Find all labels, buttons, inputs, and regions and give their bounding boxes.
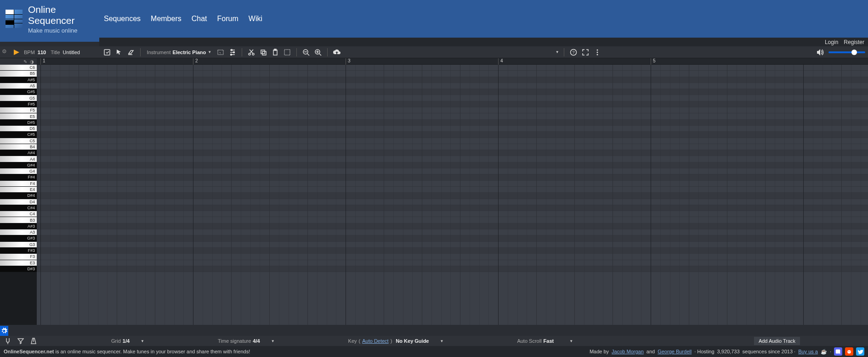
grid-row[interactable] — [37, 101, 868, 107]
volume-icon[interactable] — [816, 48, 825, 57]
grid-row[interactable] — [37, 211, 868, 217]
ruler[interactable]: 12345 — [37, 58, 868, 65]
grid-row[interactable] — [37, 193, 868, 199]
nav-wiki[interactable]: Wiki — [249, 15, 262, 23]
grid-row[interactable] — [37, 77, 868, 83]
add-audio-track-button[interactable]: Add Audio Track — [754, 337, 800, 345]
pencil-icon[interactable]: ✎ — [23, 59, 27, 64]
note-grid[interactable] — [37, 65, 868, 325]
grid-row[interactable] — [37, 156, 868, 162]
grid-row[interactable] — [37, 162, 868, 168]
grid-row[interactable] — [37, 89, 868, 95]
sliders-icon[interactable] — [228, 48, 237, 57]
grid-row[interactable] — [37, 126, 868, 132]
instrument-select[interactable]: Instrument Electric Piano ▼ — [145, 50, 214, 55]
piano-key[interactable]: C4 — [0, 211, 37, 217]
grid-row[interactable] — [37, 150, 868, 156]
chevron-down-icon[interactable]: ▼ — [556, 50, 559, 54]
grid-row[interactable] — [37, 229, 868, 235]
grid-row[interactable] — [37, 113, 868, 119]
filter-icon[interactable] — [17, 337, 25, 345]
piano-key[interactable]: B4 — [0, 144, 37, 150]
discord-icon[interactable] — [834, 347, 842, 356]
piano-key[interactable]: G3 — [0, 242, 37, 248]
help-icon[interactable]: ? — [569, 48, 578, 57]
bpm-value[interactable]: 110 — [38, 50, 46, 55]
zoom-in-icon[interactable] — [313, 48, 323, 57]
grid-row[interactable] — [37, 138, 868, 144]
settings-tab[interactable] — [0, 326, 8, 336]
grid-row[interactable] — [37, 217, 868, 223]
eraser-icon[interactable] — [126, 48, 136, 57]
volume-slider[interactable] — [828, 51, 865, 53]
piano-key[interactable]: G#3 — [0, 235, 37, 241]
piano-key[interactable]: F#4 — [0, 174, 37, 180]
logo-block[interactable]: Online Sequencer Make music online — [0, 0, 99, 42]
grid-row[interactable] — [37, 242, 868, 248]
play-button[interactable] — [12, 48, 21, 57]
grid-row[interactable] — [37, 144, 868, 150]
piano-key[interactable]: G4 — [0, 168, 37, 174]
piano-key[interactable]: A#4 — [0, 150, 37, 156]
grid-row[interactable] — [37, 71, 868, 77]
piano-key[interactable]: F#3 — [0, 248, 37, 254]
piano-key[interactable]: G5 — [0, 95, 37, 101]
piano-key[interactable]: B3 — [0, 217, 37, 223]
grid-row[interactable] — [37, 174, 868, 180]
piano-key[interactable]: D4 — [0, 199, 37, 205]
edit-icon[interactable] — [102, 48, 112, 57]
paste-icon[interactable] — [271, 48, 280, 57]
grid-row[interactable] — [37, 260, 868, 266]
grid-row[interactable] — [37, 65, 868, 71]
auto-detect-link[interactable]: Auto Detect — [362, 338, 388, 344]
grid-row[interactable] — [37, 83, 868, 89]
buy-coffee-link[interactable]: Buy us a — [798, 349, 818, 354]
copy-icon[interactable] — [259, 48, 268, 57]
zoom-out-icon[interactable] — [301, 48, 311, 57]
grid-row[interactable] — [37, 205, 868, 211]
author1-link[interactable]: Jacob Morgan — [612, 349, 644, 354]
lock-instrument-icon[interactable] — [216, 48, 225, 57]
piano-key[interactable]: D#5 — [0, 120, 37, 126]
piano-key[interactable]: A3 — [0, 229, 37, 235]
piano-key[interactable]: F5 — [0, 107, 37, 113]
piano-key[interactable]: D#3 — [0, 266, 37, 272]
cut-icon[interactable] — [247, 48, 256, 57]
grid-select[interactable]: Grid 1/4 ▼ — [111, 338, 144, 344]
piano-key[interactable]: C#4 — [0, 205, 37, 211]
login-link[interactable]: Login — [825, 39, 838, 45]
grid-row[interactable] — [37, 187, 868, 193]
save-cloud-icon[interactable] — [332, 48, 341, 57]
nav-members[interactable]: Members — [151, 15, 182, 23]
piano-key[interactable]: E4 — [0, 187, 37, 193]
piano-key[interactable]: C5 — [0, 138, 37, 144]
grid-row[interactable] — [37, 199, 868, 205]
piano-key[interactable]: G#5 — [0, 89, 37, 95]
grid-row[interactable] — [37, 95, 868, 101]
nav-forum[interactable]: Forum — [217, 15, 238, 23]
grid-row[interactable] — [37, 132, 868, 138]
grid-row[interactable] — [37, 223, 868, 229]
piano-key[interactable]: A5 — [0, 83, 37, 89]
piano-key[interactable]: A#5 — [0, 77, 37, 83]
piano-key[interactable]: A4 — [0, 156, 37, 162]
piano-key[interactable]: C#5 — [0, 132, 37, 138]
grid-row[interactable] — [37, 168, 868, 174]
grid-row[interactable] — [37, 107, 868, 113]
key-select[interactable]: Key (Auto Detect) No Key Guide ▼ — [348, 338, 444, 344]
piano-key[interactable]: G#4 — [0, 162, 37, 168]
gear-icon[interactable]: ⚙ — [2, 48, 7, 55]
piano-key[interactable]: E3 — [0, 260, 37, 266]
piano-key[interactable]: A#3 — [0, 223, 37, 229]
piano-key[interactable]: F3 — [0, 254, 37, 260]
grid-row[interactable] — [37, 235, 868, 241]
time-signature-select[interactable]: Time signature 4/4 ▼ — [218, 338, 275, 344]
pointer-icon[interactable] — [114, 48, 124, 57]
autoscroll-select[interactable]: Auto Scroll Fast ▼ — [517, 338, 573, 344]
grid-row[interactable] — [37, 181, 868, 187]
select-icon[interactable] — [283, 48, 292, 57]
grid-row[interactable] — [37, 248, 868, 254]
nav-sequences[interactable]: Sequences — [104, 15, 141, 23]
tuning-fork-icon[interactable] — [4, 337, 12, 345]
register-link[interactable]: Register — [844, 39, 864, 45]
